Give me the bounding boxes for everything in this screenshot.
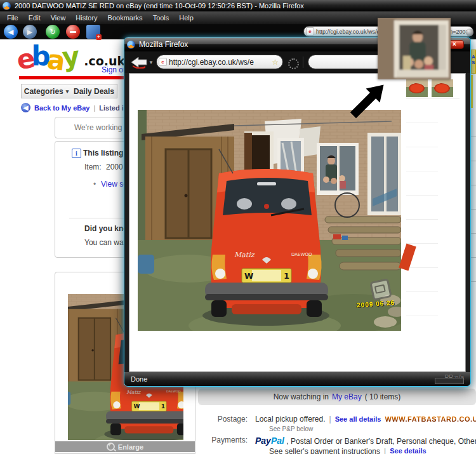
- postage-value: Local pickup offered.: [255, 415, 326, 424]
- back-circle-icon[interactable]: ◀: [21, 103, 30, 112]
- divider: [303, 57, 303, 68]
- back-icon[interactable]: [131, 56, 147, 69]
- menu-file[interactable]: File: [3, 13, 23, 23]
- payments-line2: See seller's payment instructions | See …: [269, 447, 426, 454]
- sidebar-fragment-line1: An: [472, 54, 475, 60]
- postage-label: Postage:: [178, 415, 248, 424]
- chevron-down-icon[interactable]: ▼: [149, 60, 154, 65]
- payments-methods: , Postal Order or Banker's Draft, Person…: [286, 437, 476, 446]
- watching-count: ( 10 items): [365, 392, 401, 401]
- popup-content: 2009 06 26: [129, 73, 466, 372]
- main-titlebar: 2000 DAEWOO MATIZ SE RED on eBay (end ti…: [0, 0, 476, 11]
- logo-letter-b: b: [32, 41, 48, 72]
- annotation-arrow-icon: [341, 75, 392, 126]
- ebay-favicon: e: [306, 27, 314, 36]
- pagerank-meter: [435, 378, 464, 384]
- info-icon: i: [72, 149, 81, 158]
- see-details-link[interactable]: See details: [390, 447, 426, 454]
- sidebar-ad-fragment: An Se: [471, 50, 476, 74]
- go-icon[interactable]: [466, 29, 473, 36]
- sidebar-border: [471, 75, 473, 108]
- tab-deals-label: Daily Deals: [74, 87, 114, 96]
- sidebar-fragment-line2: Se: [472, 60, 475, 65]
- tab-categories-label: Categories: [24, 87, 63, 96]
- see-pnp-below: See P&P below: [269, 425, 313, 432]
- firefox-icon: [3, 2, 11, 10]
- reload-icon[interactable]: ↻: [46, 25, 60, 39]
- back-icon[interactable]: ◀: [4, 25, 18, 39]
- payments-label: Payments:: [178, 436, 248, 444]
- tab-daily-deals[interactable]: Daily Deals: [71, 84, 117, 98]
- menu-view[interactable]: View: [46, 13, 70, 23]
- payment-instructions: See seller's payment instructions: [269, 447, 380, 454]
- forward-icon[interactable]: ▶: [23, 25, 37, 39]
- popup-window: Mozilla Firefox × ▼ e http://cgi.ebay.co…: [124, 37, 471, 387]
- ebay-favicon: e: [159, 58, 167, 66]
- listing-photo-large[interactable]: 2009 06 26: [138, 110, 401, 331]
- firefox-icon: [127, 41, 135, 49]
- watermark-text: WWW.FATBASTARD.CO.UK: [385, 415, 476, 423]
- thumbnail-2[interactable]: [432, 79, 453, 97]
- popup-statusbar: Done PR:n/a: [124, 372, 470, 386]
- thumbnail-1[interactable]: [406, 79, 428, 97]
- logo-letter-y: y: [60, 41, 77, 73]
- postage-separator: |: [329, 415, 331, 424]
- camera-watermark-icon: [369, 278, 392, 301]
- watching-prefix: Now watching in: [274, 392, 329, 401]
- postage-row: Postage: Local pickup offered. | See all…: [178, 415, 476, 424]
- popup-title: Mozilla Firefox: [139, 40, 188, 49]
- main-window-title: 2000 DAEWOO MATIZ SE RED on eBay (end ti…: [15, 2, 304, 10]
- status-text: Done: [131, 375, 147, 383]
- enlarge-label: Enlarge: [118, 443, 143, 451]
- see-all-details-link[interactable]: See all details: [335, 415, 381, 423]
- item-label: Item:: [84, 163, 102, 171]
- my-ebay-link[interactable]: My eBay: [332, 392, 362, 401]
- loading-spinner-icon: [288, 58, 299, 69]
- enlarge-button[interactable]: Enlarge: [55, 441, 195, 452]
- menu-history[interactable]: History: [71, 13, 102, 23]
- popup-url-bar[interactable]: e http://cgi.ebay.co.uk/ws/e ☆: [156, 55, 283, 69]
- new-window-icon[interactable]: +: [86, 25, 100, 39]
- menu-bookmarks[interactable]: Bookmarks: [103, 13, 147, 23]
- breadcrumb: ◀ Back to My eBay | Listed in ca: [21, 103, 138, 112]
- tab-categories[interactable]: Categories ▾: [21, 84, 72, 98]
- paypal-logo-2: Pal: [271, 436, 284, 446]
- zoomed-inset-image: [378, 18, 451, 79]
- paypal-logo: Pay: [255, 436, 271, 446]
- payments-row: Payments: PayPal , Postal Order or Banke…: [178, 436, 476, 446]
- stop-icon[interactable]: [66, 25, 80, 39]
- thumbnail-row-top: [406, 77, 459, 99]
- menu-help[interactable]: Help: [175, 13, 198, 23]
- back-to-my-ebay-link[interactable]: Back to My eBay: [34, 104, 89, 112]
- chevron-down-icon: ▾: [66, 88, 69, 95]
- table-edge-rows: [470, 113, 476, 294]
- breadcrumb-separator: |: [93, 104, 95, 112]
- magnifier-icon: [107, 443, 115, 451]
- menu-tools[interactable]: Tools: [149, 13, 174, 23]
- popup-url-text: http://cgi.ebay.co.uk/ws/e: [169, 58, 254, 67]
- menu-edit[interactable]: Edit: [24, 13, 45, 23]
- watching-status-bar: Now watching in My eBay ( 10 items): [198, 389, 476, 405]
- thumbnail-rail: [401, 77, 463, 370]
- bullet: •: [93, 180, 96, 189]
- bookmark-star-icon[interactable]: ☆: [272, 58, 279, 67]
- payments-separator: |: [384, 447, 386, 454]
